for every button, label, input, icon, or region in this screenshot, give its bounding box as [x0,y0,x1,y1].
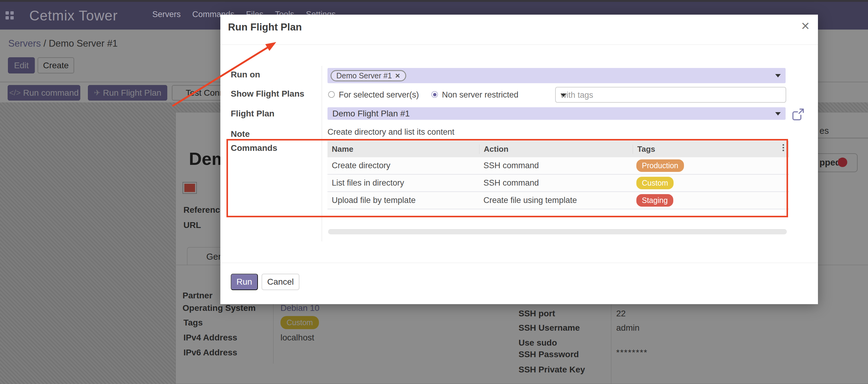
radio-non-server-restricted[interactable] [431,91,438,98]
annotation-highlight-rectangle [226,139,788,217]
run-on-label: Run on [231,70,260,79]
run-button[interactable]: Run [231,274,258,290]
radio-for-selected-servers[interactable] [328,91,335,98]
apps-menu-icon[interactable] [5,11,14,20]
radio-for-selected-servers-label[interactable]: For selected server(s) [339,90,419,100]
note-value: Create directory and list its content [328,128,455,137]
nav-item-servers[interactable]: Servers [152,10,181,19]
note-label: Note [231,129,250,139]
run-on-field[interactable]: Demo Server #1 ✕ [328,68,785,83]
radio-non-server-restricted-label[interactable]: Non server restricted [442,90,519,100]
screen: Servers / Demo Server #1 Edit Create </>… [0,0,868,384]
flight-plan-value: Demo Flight Plan #1 [332,109,410,118]
remove-tag-icon[interactable]: ✕ [395,72,400,79]
show-flight-plans-label: Show Flight Plans [231,89,304,99]
table-scrollbar[interactable] [328,229,787,234]
chevron-down-icon [775,112,781,115]
with-tags-select[interactable]: with tags [555,87,786,103]
flight-plan-label: Flight Plan [231,109,274,118]
run-on-server-tag: Demo Server #1 ✕ [331,70,406,81]
modal-title: Run Flight Plan [228,21,302,33]
modal-header-divider [220,44,818,45]
external-link-icon[interactable] [792,108,805,121]
server-tag-label: Demo Server #1 [336,71,392,80]
app-brand[interactable]: Cetmix Tower [29,7,118,24]
close-icon[interactable]: ✕ [801,21,810,32]
chevron-down-icon [775,74,781,77]
chevron-down-icon [561,94,566,97]
flight-plan-field[interactable]: Demo Flight Plan #1 [328,107,785,120]
cancel-button[interactable]: Cancel [261,274,300,290]
